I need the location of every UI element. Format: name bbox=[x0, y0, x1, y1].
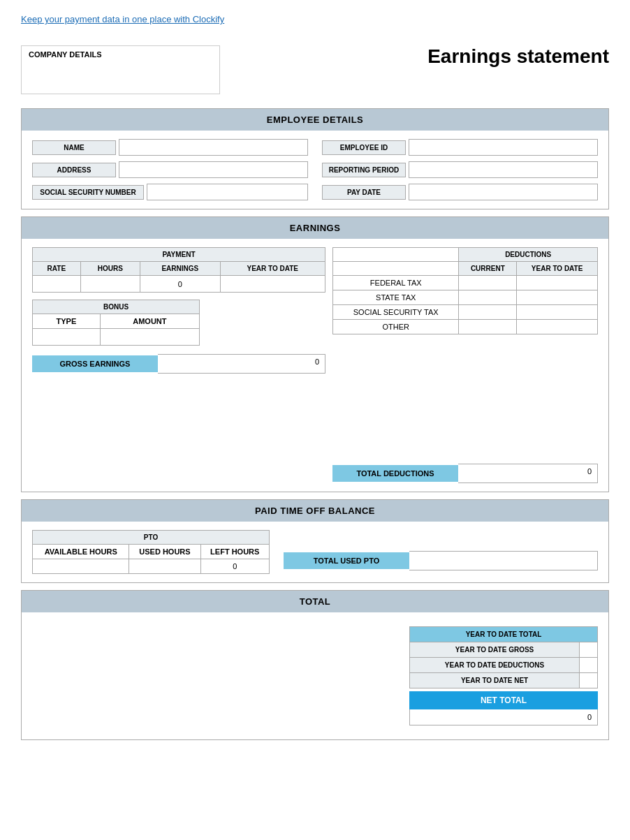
other-deductions-label: OTHER bbox=[333, 320, 459, 334]
earnings-content: PAYMENT RATE HOURS EARNINGS YEAR TO DATE… bbox=[22, 239, 608, 492]
bonus-amount-cell bbox=[100, 329, 199, 346]
ytd-deductions-label: YEAR TO DATE DEDUCTIONS bbox=[410, 658, 580, 673]
payment-col-hours: HOURS bbox=[80, 262, 140, 276]
bonus-table-header: BONUS bbox=[33, 300, 200, 314]
pay-date-input[interactable] bbox=[409, 184, 598, 200]
employee-id-label: EMPLOYEE ID bbox=[322, 140, 406, 155]
pto-section: PAID TIME OFF BALANCE PTO AVAILABLE HOUR… bbox=[21, 499, 609, 583]
header-row: COMPANY DETAILS Earnings statement bbox=[21, 45, 609, 94]
total-section-content: YEAR TO DATE TOTAL YEAR TO DATE GROSS YE… bbox=[22, 612, 608, 739]
social-security-current bbox=[459, 305, 517, 320]
federal-tax-row: FEDERAL TAX bbox=[333, 276, 598, 290]
federal-tax-label: FEDERAL TAX bbox=[333, 276, 459, 290]
pto-content: PTO AVAILABLE HOURS USED HOURS LEFT HOUR… bbox=[22, 522, 608, 582]
other-deductions-row: OTHER bbox=[333, 320, 598, 334]
ytd-gross-value bbox=[580, 642, 598, 658]
ytd-table: YEAR TO DATE TOTAL YEAR TO DATE GROSS YE… bbox=[409, 626, 598, 688]
state-tax-current bbox=[459, 290, 517, 305]
social-security-ytd bbox=[517, 305, 598, 320]
employee-details-section: EMPLOYEE DETAILS NAME ADDRESS SOCIAL SEC… bbox=[21, 108, 609, 209]
pto-right: TOTAL USED PTO bbox=[284, 551, 598, 570]
state-tax-ytd bbox=[517, 290, 598, 305]
net-total-label: NET TOTAL bbox=[409, 691, 598, 709]
gross-earnings-label: GROSS EARNINGS bbox=[32, 355, 158, 372]
name-input[interactable] bbox=[119, 139, 308, 156]
state-tax-row: STATE TAX bbox=[333, 290, 598, 305]
ssn-label: SOCIAL SECURITY NUMBER bbox=[32, 185, 144, 200]
ytd-gross-label: YEAR TO DATE GROSS bbox=[410, 642, 580, 658]
pto-col-used: USED HOURS bbox=[129, 545, 200, 559]
deductions-col-ytd: YEAR TO DATE bbox=[517, 262, 598, 276]
payment-hours-cell bbox=[80, 276, 140, 293]
bonus-col-amount: AMOUNT bbox=[100, 314, 199, 329]
deductions-empty-header bbox=[333, 248, 459, 262]
name-label: NAME bbox=[32, 140, 116, 155]
emp-col-right: EMPLOYEE ID REPORTING PERIOD PAY DATE bbox=[322, 139, 598, 200]
pto-col-available: AVAILABLE HOURS bbox=[33, 545, 129, 559]
pto-left-value: 0 bbox=[200, 559, 269, 574]
state-tax-label: STATE TAX bbox=[333, 290, 459, 305]
pto-row: 0 bbox=[33, 559, 270, 574]
payment-table-header: PAYMENT bbox=[33, 248, 325, 262]
deductions-table: DEDUCTIONS CURRENT YEAR TO DATE FEDERAL … bbox=[332, 247, 598, 334]
payment-col-ytd: YEAR TO DATE bbox=[220, 262, 325, 276]
ytd-table-header: YEAR TO DATE TOTAL bbox=[410, 627, 598, 642]
bonus-type-cell bbox=[33, 329, 101, 346]
social-security-label: SOCIAL SECURITY TAX bbox=[333, 305, 459, 320]
ytd-gross-row: YEAR TO DATE GROSS bbox=[410, 642, 598, 658]
employee-details-grid: NAME ADDRESS SOCIAL SECURITY NUMBER EMPL… bbox=[22, 131, 608, 209]
earnings-header: EARNINGS bbox=[22, 217, 608, 239]
name-field-row: NAME bbox=[32, 139, 308, 156]
total-used-pto-label: TOTAL USED PTO bbox=[284, 552, 409, 569]
address-input[interactable] bbox=[119, 161, 308, 178]
payment-row-1: 0 bbox=[33, 276, 325, 293]
bonus-row-1 bbox=[33, 329, 200, 346]
pay-date-label: PAY DATE bbox=[322, 185, 406, 200]
ytd-net-row: YEAR TO DATE NET bbox=[410, 673, 598, 688]
clockify-promo-link[interactable]: Keep your payment data in one place with… bbox=[21, 14, 224, 24]
gross-earnings-value: 0 bbox=[158, 354, 325, 374]
reporting-period-field-row: REPORTING PERIOD bbox=[322, 161, 598, 178]
gross-earnings-row: GROSS EARNINGS 0 bbox=[32, 354, 325, 374]
total-deductions-value: 0 bbox=[458, 464, 598, 483]
pto-used-value bbox=[129, 559, 200, 574]
payment-ytd-cell bbox=[220, 276, 325, 293]
pto-available-value bbox=[33, 559, 129, 574]
ytd-net-label: YEAR TO DATE NET bbox=[410, 673, 580, 688]
ssn-input[interactable] bbox=[147, 184, 308, 200]
pto-table: PTO AVAILABLE HOURS USED HOURS LEFT HOUR… bbox=[32, 530, 270, 574]
federal-tax-current bbox=[459, 276, 517, 290]
bonus-col-type: TYPE bbox=[33, 314, 101, 329]
deductions-name-col bbox=[333, 262, 459, 276]
payment-table: PAYMENT RATE HOURS EARNINGS YEAR TO DATE… bbox=[32, 247, 325, 293]
payment-earnings-cell: 0 bbox=[140, 276, 220, 293]
other-deductions-current bbox=[459, 320, 517, 334]
pay-date-field-row: PAY DATE bbox=[322, 184, 598, 200]
pto-left: PTO AVAILABLE HOURS USED HOURS LEFT HOUR… bbox=[32, 530, 270, 574]
payment-rate-cell bbox=[33, 276, 81, 293]
employee-id-input[interactable] bbox=[409, 139, 598, 156]
deductions-col-current: CURRENT bbox=[459, 262, 517, 276]
pto-table-header: PTO bbox=[33, 531, 270, 545]
payment-col-rate: RATE bbox=[33, 262, 81, 276]
payment-col-earnings: EARNINGS bbox=[140, 262, 220, 276]
total-section: TOTAL YEAR TO DATE TOTAL YEAR TO DATE GR… bbox=[21, 590, 609, 740]
company-label: COMPANY DETAILS bbox=[29, 50, 102, 59]
emp-col-left: NAME ADDRESS SOCIAL SECURITY NUMBER bbox=[32, 139, 308, 200]
ytd-net-value bbox=[580, 673, 598, 688]
other-deductions-ytd bbox=[517, 320, 598, 334]
address-label: ADDRESS bbox=[32, 163, 116, 177]
social-security-row: SOCIAL SECURITY TAX bbox=[333, 305, 598, 320]
reporting-period-input[interactable] bbox=[409, 161, 598, 178]
ytd-deductions-row: YEAR TO DATE DEDUCTIONS bbox=[410, 658, 598, 673]
pto-col-left: LEFT HOURS bbox=[200, 545, 269, 559]
page-title: Earnings statement bbox=[427, 45, 609, 68]
ytd-table-wrapper: YEAR TO DATE TOTAL YEAR TO DATE GROSS YE… bbox=[409, 626, 598, 725]
address-field-row: ADDRESS bbox=[32, 161, 308, 178]
federal-tax-ytd bbox=[517, 276, 598, 290]
employee-details-header: EMPLOYEE DETAILS bbox=[22, 109, 608, 131]
total-used-pto-value bbox=[409, 551, 598, 570]
bonus-table: BONUS TYPE AMOUNT bbox=[32, 300, 200, 346]
employee-id-field-row: EMPLOYEE ID bbox=[322, 139, 598, 156]
pto-header: PAID TIME OFF BALANCE bbox=[22, 500, 608, 522]
